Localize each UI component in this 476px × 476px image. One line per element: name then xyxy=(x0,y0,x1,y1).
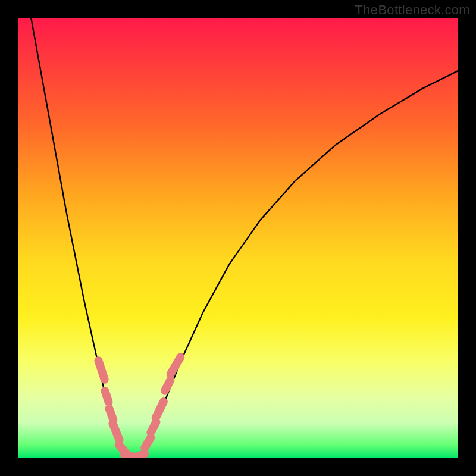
marker-capsule xyxy=(112,424,119,440)
marker-capsule xyxy=(109,409,113,420)
marker-capsule xyxy=(145,437,151,447)
marker-capsule xyxy=(151,422,156,433)
watermark-text: TheBottleneck.com xyxy=(355,2,470,18)
chart-svg xyxy=(18,18,458,458)
marker-capsule xyxy=(171,357,181,374)
curve-layer xyxy=(31,18,458,458)
curve-right-curve xyxy=(141,71,458,458)
plot-area xyxy=(18,18,458,458)
marker-capsule xyxy=(98,361,104,380)
marker-capsule xyxy=(133,454,145,458)
curve-left-curve xyxy=(31,18,128,458)
marker-capsule xyxy=(156,402,164,418)
chart-frame: TheBottleneck.com xyxy=(0,0,476,476)
marker-capsule xyxy=(165,380,170,391)
marker-capsule xyxy=(105,391,108,402)
marker-layer xyxy=(98,357,180,458)
